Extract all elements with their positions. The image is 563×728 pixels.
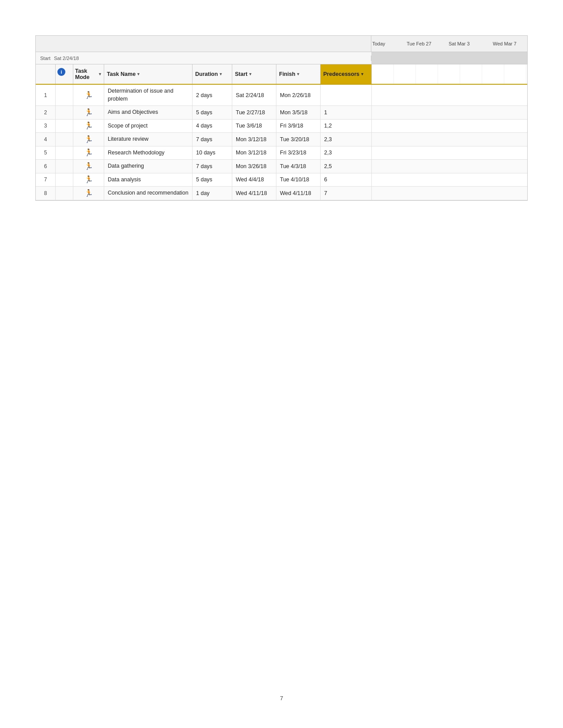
row-duration: 7 days: [193, 160, 232, 173]
row-num: 1: [36, 85, 56, 105]
row-duration: 10 days: [193, 146, 232, 160]
row-taskname: Scope of project: [104, 120, 193, 133]
gantt-chart-area-header: [371, 64, 527, 84]
row-num: 7: [36, 173, 56, 187]
row-info: [56, 160, 73, 173]
timeline-date-today: Today: [372, 41, 385, 46]
task-mode-icon: 🏃: [84, 136, 93, 143]
row-taskname: Data analysis: [104, 173, 193, 187]
row-info: [56, 146, 73, 160]
duration-dropdown-icon[interactable]: ▼: [219, 72, 223, 76]
row-info: [56, 106, 73, 119]
timeline-date-2: Sat Mar 3: [449, 41, 470, 46]
start-dropdown-icon[interactable]: ▼: [248, 72, 253, 76]
row-start: Tue 2/27/18: [232, 106, 276, 119]
gantt-chart: Today Tue Feb 27 Sat Mar 3 Wed Mar 7 Sun…: [35, 35, 528, 201]
table-row[interactable]: 5 🏃 Research Methodology 10 days Mon 3/1…: [36, 146, 527, 160]
row-finish: Mon 3/5/18: [276, 106, 321, 119]
row-finish: Tue 3/20/18: [276, 133, 321, 146]
row-info: [56, 187, 73, 200]
row-gantt-bar-area: [371, 160, 527, 173]
task-mode-icon: 🏃: [84, 163, 93, 170]
task-mode-icon: 🏃: [84, 176, 93, 183]
table-row[interactable]: 7 🏃 Data analysis 5 days Wed 4/4/18 Tue …: [36, 173, 527, 187]
task-mode-icon: 🏃: [84, 122, 93, 129]
row-duration: 1 day: [193, 187, 232, 200]
timeline-header: Today Tue Feb 27 Sat Mar 3 Wed Mar 7 Sun…: [36, 36, 527, 52]
row-duration: 7 days: [193, 133, 232, 146]
row-mode: 🏃: [73, 120, 104, 133]
start-bar: [371, 52, 527, 64]
page-number: 7: [280, 695, 283, 702]
row-finish: Wed 4/11/18: [276, 187, 321, 200]
task-mode-icon: 🏃: [84, 149, 93, 156]
row-num: 4: [36, 133, 56, 146]
row-mode: 🏃: [73, 187, 104, 200]
row-mode: 🏃: [73, 85, 104, 105]
row-start: Tue 3/6/18: [232, 120, 276, 133]
row-mode: 🏃: [73, 133, 104, 146]
row-info: [56, 120, 73, 133]
row-predecessors: 2,5: [321, 160, 371, 173]
row-predecessors: 2,3: [321, 146, 371, 160]
table-row[interactable]: 1 🏃 Determination of issue and problem 2…: [36, 85, 527, 106]
row-duration: 4 days: [193, 120, 232, 133]
row-start: Mon 3/26/18: [232, 160, 276, 173]
row-num: 3: [36, 120, 56, 133]
row-gantt-bar-area: [371, 173, 527, 187]
finish-dropdown-icon[interactable]: ▼: [296, 72, 301, 76]
row-taskname: Conclusion and recommendation: [104, 187, 193, 200]
row-gantt-bar-area: [371, 187, 527, 200]
row-info: [56, 85, 73, 105]
table-row[interactable]: 3 🏃 Scope of project 4 days Tue 3/6/18 F…: [36, 120, 527, 133]
table-row[interactable]: 8 🏃 Conclusion and recommendation 1 day …: [36, 187, 527, 200]
th-taskname: Task Name ▼: [104, 64, 193, 84]
start-row-left: Start Sat 2/24/18: [36, 56, 371, 61]
row-num: 2: [36, 106, 56, 119]
row-start: Wed 4/4/18: [232, 173, 276, 187]
row-info: [56, 173, 73, 187]
th-finish: Finish ▼: [276, 64, 321, 84]
info-icon: i: [57, 68, 65, 76]
th-info: i: [56, 64, 73, 84]
row-predecessors: 7: [321, 187, 371, 200]
row-gantt-bar-area: [371, 133, 527, 146]
row-start: Mon 3/12/18: [232, 146, 276, 160]
th-start: Start ▼: [232, 64, 276, 84]
task-mode-icon: 🏃: [84, 109, 93, 116]
row-predecessors: 1: [321, 106, 371, 119]
start-date: Sat 2/24/18: [54, 56, 79, 61]
row-duration: 5 days: [193, 173, 232, 187]
row-num: 6: [36, 160, 56, 173]
row-finish: Mon 2/26/18: [276, 85, 321, 105]
table-row[interactable]: 2 🏃 Aims and Objectives 5 days Tue 2/27/…: [36, 106, 527, 120]
row-start: Sat 2/24/18: [232, 85, 276, 105]
task-mode-icon: 🏃: [84, 92, 93, 99]
row-finish: Tue 4/3/18: [276, 160, 321, 173]
row-start: Wed 4/11/18: [232, 187, 276, 200]
row-gantt-bar-area: [371, 120, 527, 133]
row-gantt-bar-area: [371, 106, 527, 119]
row-start: Mon 3/12/18: [232, 133, 276, 146]
timeline-date-3: Wed Mar 7: [493, 41, 517, 46]
table-row[interactable]: 4 🏃 Literature review 7 days Mon 3/12/18…: [36, 133, 527, 146]
row-num: 8: [36, 187, 56, 200]
task-name-dropdown-icon[interactable]: ▼: [136, 72, 141, 76]
row-num: 5: [36, 146, 56, 160]
row-mode: 🏃: [73, 160, 104, 173]
table-row[interactable]: 6 🏃 Data gathering 7 days Mon 3/26/18 Tu…: [36, 160, 527, 173]
row-mode: 🏃: [73, 106, 104, 119]
task-mode-dropdown-icon[interactable]: ▼: [98, 72, 102, 76]
row-gantt-bar-area: [371, 85, 527, 105]
start-label: Start: [40, 56, 50, 61]
row-duration: 5 days: [193, 106, 232, 119]
start-row: Start Sat 2/24/18: [36, 52, 527, 64]
row-mode: 🏃: [73, 173, 104, 187]
row-finish: Fri 3/9/18: [276, 120, 321, 133]
row-predecessors: [321, 85, 371, 105]
row-finish: Tue 4/10/18: [276, 173, 321, 187]
row-duration: 2 days: [193, 85, 232, 105]
row-taskname: Research Methodology: [104, 146, 193, 160]
row-taskname: Aims and Objectives: [104, 106, 193, 119]
predecessors-dropdown-icon[interactable]: ▼: [360, 72, 365, 76]
